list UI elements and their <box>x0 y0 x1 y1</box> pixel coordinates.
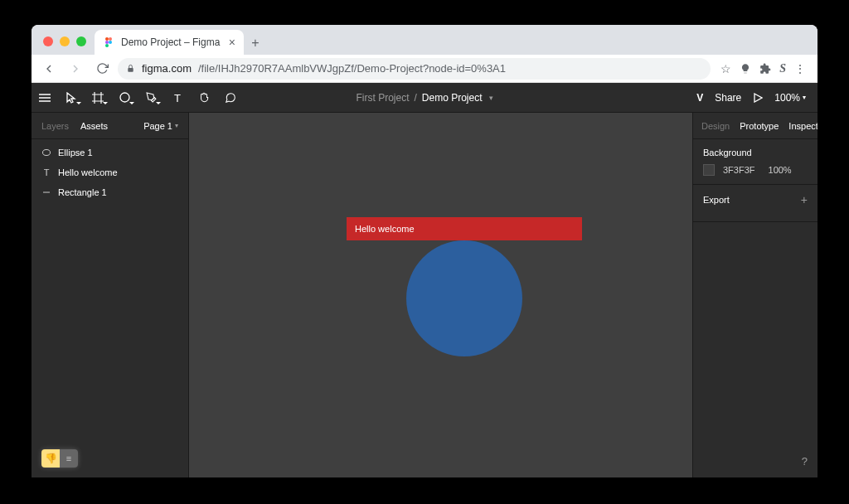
toolbar-right: V Share 100% ▾ <box>696 83 817 112</box>
browser-window: Demo Project – Figma × + figma.com/file/… <box>32 25 817 477</box>
svg-rect-1 <box>109 37 112 41</box>
right-panel-tabs: Design Prototype Inspect <box>693 113 817 139</box>
browser-tab[interactable]: Demo Project – Figma × <box>95 30 244 55</box>
layer-item-ellipse[interactable]: Ellipse 1 <box>32 143 188 162</box>
svg-rect-2 <box>105 41 109 44</box>
address-bar[interactable]: figma.com/file/IHJh2970R7AAmlbVWJgpZf/De… <box>118 58 711 80</box>
chevron-down-icon: ▾ <box>803 94 806 101</box>
move-tool[interactable] <box>58 83 85 113</box>
background-row[interactable]: 3F3F3F 100% <box>703 164 808 176</box>
share-button[interactable]: Share <box>715 92 741 104</box>
zoom-value: 100% <box>774 92 800 104</box>
shape-tool[interactable] <box>111 83 138 113</box>
layer-label: Rectangle 1 <box>58 187 107 197</box>
svg-point-3 <box>109 41 112 44</box>
browser-menu-icon[interactable]: ⋮ <box>794 62 806 75</box>
add-export-button[interactable]: + <box>801 193 808 206</box>
tab-prototype[interactable]: Prototype <box>740 121 779 131</box>
extension-bulb-icon[interactable] <box>740 63 751 75</box>
canvas-ellipse[interactable] <box>406 240 522 356</box>
menu-lines-icon: ≡ <box>60 449 78 468</box>
figma-body: Layers Assets Page 1 ▾ Ellipse 1 T Hello… <box>32 113 817 477</box>
maximize-window-button[interactable] <box>76 36 86 46</box>
help-button[interactable]: ? <box>802 455 808 468</box>
layer-label: Hello welcome <box>58 167 118 177</box>
forward-button[interactable] <box>65 58 86 80</box>
svg-point-16 <box>43 150 51 156</box>
right-panel: Design Prototype Inspect Background 3F3F… <box>693 113 817 477</box>
comment-tool[interactable] <box>217 83 244 113</box>
user-avatar[interactable]: V <box>696 92 703 104</box>
line-icon <box>41 188 51 196</box>
canvas-text: Hello welcome <box>355 224 415 234</box>
svg-text:T: T <box>44 168 50 177</box>
svg-rect-4 <box>105 44 109 47</box>
page-label: Page 1 <box>143 121 172 131</box>
zoom-menu[interactable]: 100% ▾ <box>774 92 806 104</box>
hand-tool[interactable] <box>191 83 217 113</box>
ellipse-icon <box>41 148 51 157</box>
figma-toolbar: T First Project / Demo Project ▾ V Share <box>32 83 817 113</box>
main-menu-button[interactable] <box>32 83 58 113</box>
layer-label: Ellipse 1 <box>58 148 93 158</box>
url-host: figma.com <box>142 62 192 75</box>
file-breadcrumb[interactable]: First Project / Demo Project ▾ <box>356 92 492 104</box>
extensions-puzzle-icon[interactable] <box>759 63 771 75</box>
canvas-rectangle[interactable]: Hello welcome <box>347 217 582 240</box>
back-button[interactable] <box>38 58 60 80</box>
tab-assets[interactable]: Assets <box>80 121 108 131</box>
window-controls <box>43 36 86 46</box>
background-opacity: 100% <box>769 165 792 175</box>
lock-icon <box>126 64 135 73</box>
chevron-down-icon: ▾ <box>175 122 178 129</box>
figma-app: T First Project / Demo Project ▾ V Share <box>32 83 817 477</box>
reload-button[interactable] <box>91 58 113 80</box>
left-panel-tabs: Layers Assets Page 1 ▾ <box>32 113 188 139</box>
background-hex: 3F3F3F <box>723 165 755 175</box>
page-selector[interactable]: Page 1 ▾ <box>143 121 178 131</box>
tab-design[interactable]: Design <box>701 121 730 131</box>
background-section: Background 3F3F3F 100% <box>693 139 817 185</box>
export-title: Export <box>703 195 730 205</box>
extension-s-icon[interactable]: S <box>779 62 786 75</box>
left-panel: Layers Assets Page 1 ▾ Ellipse 1 T Hello… <box>32 113 189 477</box>
url-bar: figma.com/file/IHJh2970R7AAmlbVWJgpZf/De… <box>32 55 817 83</box>
layer-item-rectangle[interactable]: Rectangle 1 <box>32 182 188 202</box>
background-title: Background <box>703 148 808 158</box>
svg-rect-5 <box>128 68 133 72</box>
present-button[interactable] <box>753 93 763 103</box>
export-section: Export + <box>693 185 817 222</box>
text-tool[interactable]: T <box>164 83 191 113</box>
svg-point-13 <box>120 93 129 102</box>
url-path: /file/IHJh2970R7AAmlbVWJgpZf/Demo-Projec… <box>198 62 506 75</box>
breadcrumb-separator: / <box>414 92 416 104</box>
svg-text:T: T <box>174 93 181 103</box>
svg-rect-0 <box>105 37 109 41</box>
color-swatch[interactable] <box>703 164 715 176</box>
team-name: First Project <box>356 92 409 104</box>
canvas[interactable]: Hello welcome <box>189 113 693 477</box>
tab-title: Demo Project – Figma <box>121 36 220 48</box>
pen-tool[interactable] <box>138 83 164 113</box>
close-window-button[interactable] <box>43 36 53 46</box>
layer-list: Ellipse 1 T Hello welcome Rectangle 1 <box>32 139 188 206</box>
frame-tool[interactable] <box>85 83 111 113</box>
chevron-down-icon: ▾ <box>489 94 493 102</box>
tab-strip: Demo Project – Figma × + <box>32 25 817 55</box>
tool-group: T <box>32 83 244 112</box>
minimize-window-button[interactable] <box>60 36 70 46</box>
tab-layers[interactable]: Layers <box>41 121 69 131</box>
file-name: Demo Project <box>422 92 483 104</box>
new-tab-button[interactable]: + <box>244 32 267 55</box>
tab-inspect[interactable]: Inspect <box>788 121 817 131</box>
svg-marker-15 <box>754 94 762 102</box>
layer-item-text[interactable]: T Hello welcome <box>32 162 188 182</box>
text-icon: T <box>41 168 51 177</box>
thumbs-down-icon: 👎 <box>41 449 60 468</box>
sticky-note-widget[interactable]: 👎 ≡ <box>41 449 78 468</box>
figma-favicon-icon <box>103 36 114 48</box>
bookmark-star-icon[interactable]: ☆ <box>720 62 731 75</box>
close-tab-icon[interactable]: × <box>229 36 235 49</box>
browser-extension-icons: ☆ S ⋮ <box>716 62 811 75</box>
